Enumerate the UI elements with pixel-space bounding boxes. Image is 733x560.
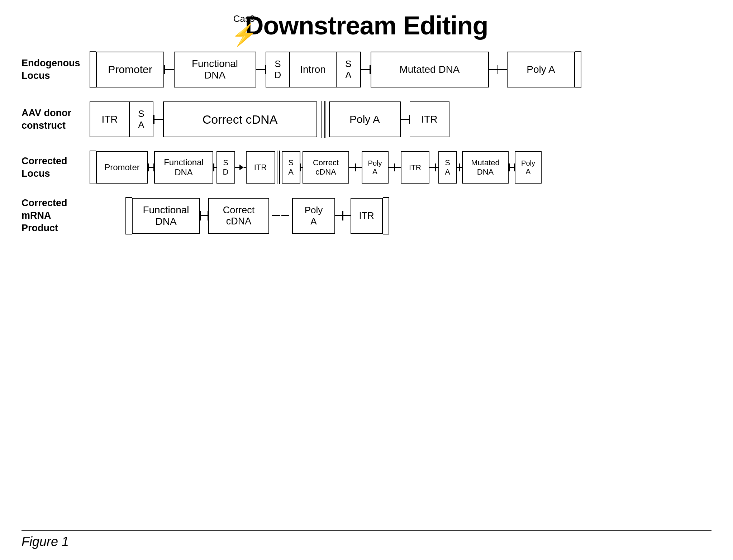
polya-block-r3: Poly A — [515, 151, 542, 184]
polya-block-3: Poly A — [362, 151, 389, 184]
functional-dna-block-4: Functional DNA — [132, 198, 200, 234]
connector-2 — [256, 65, 266, 74]
itr-block-right-aav: ITR — [410, 101, 449, 137]
itr-block-r3: ITR — [401, 151, 429, 184]
dbl-connector-aav — [321, 101, 325, 138]
correct-cdna-block-4: Correct cDNA — [208, 198, 269, 234]
endogenous-locus-section: Endogenous Locus Cas9 ⚡ Promoter Functio… — [22, 51, 711, 88]
correct-cdna-block-3: Correct cDNA — [303, 151, 349, 184]
aav-donor-section: AAV donor construct ITR S A Correct cDNA — [22, 101, 711, 138]
itr-left-group: ITR S A — [90, 101, 163, 137]
mutated-dna-block-3: Mutated DNA — [462, 151, 509, 184]
intron-block-1: Intron — [290, 52, 337, 87]
functional-dna-block-1: Functional DNA — [174, 52, 256, 87]
polya-block-4: Poly A — [292, 198, 335, 234]
figure-label: Figure 1 — [22, 534, 711, 549]
corrected-mrna-section: Corrected mRNA Product Functional DNA Co… — [22, 197, 711, 234]
corrected-mrna-label: Corrected mRNA Product — [22, 197, 90, 234]
functional-dna-block-3: Functional DNA — [154, 151, 213, 184]
correct-cdna-block-aav: Correct cDNA — [163, 101, 317, 137]
promoter-block-3: Promoter — [96, 151, 148, 184]
row4-bracket-right — [383, 197, 389, 234]
hline-1 — [165, 69, 174, 70]
polya-block-aav: Poly A — [329, 101, 401, 137]
connector-4 — [489, 65, 507, 74]
polya-block-1: Poly A — [507, 52, 575, 87]
itr-block-3: ITR — [246, 151, 275, 184]
lightning-icon: ⚡ — [231, 24, 257, 45]
endogenous-locus-content: Cas9 ⚡ Promoter Functional DNA S D — [90, 51, 711, 88]
sa-block-aav: S A — [129, 101, 153, 137]
endogenous-locus-label: Endogenous Locus — [22, 51, 90, 88]
row3-bracket-left — [90, 151, 96, 184]
page-title: Downstream Editing — [22, 11, 711, 40]
sa-block-1: S A — [337, 52, 361, 87]
aav-donor-content: ITR S A Correct cDNA Poly A — [90, 101, 711, 138]
corrected-locus-content: Promoter Functional DNA S D — [90, 151, 711, 184]
corrected-locus-section: Corrected Locus Promoter Functional DNA — [22, 151, 711, 184]
mutated-dna-block-1: Mutated DNA — [371, 52, 489, 87]
sa-block-3: S A — [282, 151, 300, 184]
itr-block-left: ITR — [90, 101, 129, 137]
row1-bracket-left — [90, 51, 96, 88]
connector-3 — [361, 65, 371, 74]
row4-bracket-left — [125, 197, 132, 234]
row1-bracket-right — [575, 51, 581, 88]
figure-label-area: Figure 1 — [22, 530, 711, 549]
corrected-mrna-content: Functional DNA Correct cDNA Poly A — [125, 197, 711, 234]
sd-block-1: S D — [266, 52, 290, 87]
itr-block-4: ITR — [351, 198, 383, 234]
corrected-locus-label: Corrected Locus — [22, 151, 90, 184]
aav-donor-label: AAV donor construct — [22, 101, 90, 138]
promoter-block-1: Promoter — [96, 52, 164, 87]
sa-block-r3: S A — [438, 151, 457, 184]
sd-block-3: S D — [216, 151, 235, 184]
connector-1 — [164, 65, 174, 74]
cas9-container: Cas9 ⚡ — [231, 13, 257, 45]
